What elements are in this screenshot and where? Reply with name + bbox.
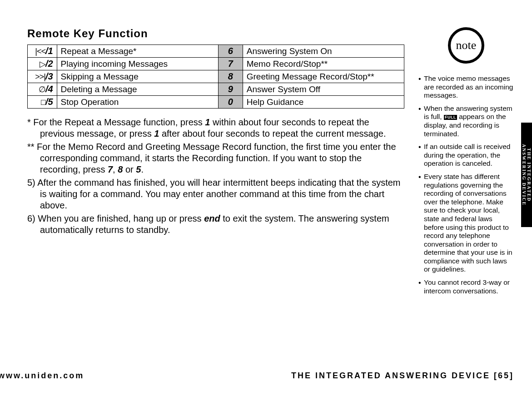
footer-url: www.uniden.com (0, 371, 84, 381)
key-desc: Deleting a Message (57, 83, 218, 96)
key-function-table: |<</1 Repeat a Message* 6 Answering Syst… (27, 45, 404, 109)
table-row: □/5 Stop Operation 0 Help Guidance (28, 96, 404, 109)
table-row: ▷/2 Playing incoming Messages 7 Memo Rec… (28, 58, 404, 70)
key-number: /2 (45, 59, 53, 69)
key-alt-desc: Greeting Message Record/Stop** (243, 70, 404, 83)
key-alt-number: 7 (218, 58, 243, 70)
key-symbol: ∅ (39, 85, 45, 94)
side-note: If an outside call is received during th… (418, 143, 514, 168)
key-symbol: ▷ (40, 59, 45, 69)
note-step-5: 5) After the command has finished, you w… (27, 177, 404, 211)
side-note: You cannot record 3-way or intercom conv… (418, 278, 514, 295)
key-alt-desc: Answering System On (243, 45, 404, 58)
key-symbol: >>| (35, 72, 45, 81)
key-number: /5 (45, 97, 53, 107)
key-desc: Repeat a Message* (57, 45, 218, 58)
note-asterisk-2: ** For the Memo Record and Greeting Mess… (27, 141, 404, 175)
key-alt-desc: Answer System Off (243, 83, 404, 96)
key-alt-number: 0 (218, 96, 243, 109)
key-alt-number: 8 (218, 70, 243, 83)
key-number: /4 (45, 84, 53, 94)
key-symbol: □ (41, 98, 45, 107)
table-row: ∅/4 Deleting a Message 9 Answer System O… (28, 83, 404, 96)
notes-block: * For the Repeat a Message function, pre… (27, 117, 404, 236)
side-note: Every state has different regulations go… (418, 173, 514, 274)
footer-title: THE INTEGRATED ANSWERING DEVICE [65] (291, 371, 514, 381)
key-alt-desc: Memo Record/Stop** (243, 58, 404, 70)
table-row: |<</1 Repeat a Message* 6 Answering Syst… (28, 45, 404, 58)
section-title: Remote Key Function (27, 27, 404, 40)
table-row: >>|/3 Skipping a Message 8 Greeting Mess… (28, 70, 404, 83)
side-note: When the answering system is full, FULL … (418, 104, 514, 138)
key-alt-number: 9 (218, 83, 243, 96)
key-number: /1 (45, 46, 53, 56)
side-notes-list: The voice memo messages are recorded as … (418, 74, 514, 295)
note-circle-icon: note (448, 27, 484, 64)
key-number: /3 (45, 71, 53, 81)
page-footer: www.uniden.com THE INTEGRATED ANSWERING … (0, 371, 532, 381)
key-alt-desc: Help Guidance (243, 96, 404, 109)
key-symbol: |<< (35, 47, 45, 56)
note-step-6: 6) When you are finished, hang up or pre… (27, 213, 404, 236)
side-note: The voice memo messages are recorded as … (418, 74, 514, 100)
full-icon: FULL (444, 115, 457, 120)
key-desc: Playing incoming Messages (57, 58, 218, 70)
note-asterisk-1: * For the Repeat a Message function, pre… (27, 117, 404, 139)
key-desc: Skipping a Message (57, 70, 218, 83)
key-desc: Stop Operation (57, 96, 218, 109)
key-alt-number: 6 (218, 45, 243, 58)
section-edge-tab: THE INTEGRATED ANSWERING DEVICE (521, 123, 532, 227)
